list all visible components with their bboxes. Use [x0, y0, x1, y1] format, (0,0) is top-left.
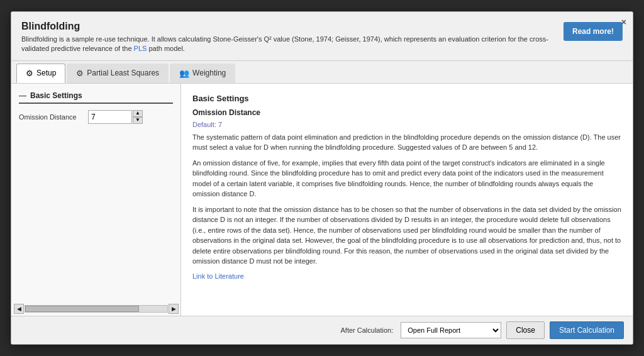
tab-pls[interactable]: ⚙ Partial Least Squares — [67, 64, 169, 83]
literature-link[interactable]: Link to Literature — [192, 272, 244, 280]
scroll-left-button[interactable]: ◀ — [14, 304, 24, 314]
right-panel: Basic Settings Omission Distance Default… — [181, 84, 633, 316]
omission-distance-label: Omission Distance — [19, 113, 88, 121]
description-para-1: The systematic pattern of data point eli… — [192, 132, 621, 153]
pls-link[interactable]: PLS — [134, 45, 147, 52]
after-calc-label: After Calculation: — [341, 326, 394, 334]
tab-pls-label: Partial Least Squares — [87, 69, 159, 77]
tab-weighting-label: Weighting — [192, 69, 226, 77]
close-button[interactable]: Close — [506, 321, 545, 339]
left-section-title: Basic Settings — [19, 91, 173, 104]
description-para-3: It is important to note that the omissio… — [192, 204, 621, 267]
header-text: Blindfolding Blindfolding is a sample re… — [21, 21, 553, 54]
after-calc-dropdown[interactable]: Open Full Report Open Summary Do Nothing — [401, 322, 501, 338]
right-subsection-title: Omission Distance — [192, 108, 621, 117]
blindfolding-dialog: × Blindfolding Blindfolding is a sample … — [11, 11, 633, 345]
horizontal-scrollbar-area: ◀ ▶ — [11, 302, 181, 316]
omission-distance-input[interactable] — [88, 110, 132, 124]
scrollbar-track[interactable] — [25, 305, 168, 313]
left-panel: Basic Settings Omission Distance ▲ ▼ ◀ — [11, 84, 181, 316]
dialog-body: Basic Settings Omission Distance ▲ ▼ ◀ — [11, 84, 633, 316]
dialog-footer: After Calculation: Open Full Report Open… — [11, 316, 633, 344]
spinner-down-button[interactable]: ▼ — [133, 117, 143, 124]
scroll-right-button[interactable]: ▶ — [169, 304, 179, 314]
omission-distance-spinner: ▲ ▼ — [88, 110, 143, 124]
tab-setup[interactable]: ⚙ Setup — [16, 64, 65, 83]
default-value-text: Default: 7 — [192, 121, 621, 128]
start-calculation-button[interactable]: Start Calculation — [550, 321, 624, 339]
right-section-title: Basic Settings — [192, 94, 621, 103]
weighting-icon: 👥 — [179, 69, 189, 78]
dialog-subtitle: Blindfolding is a sample re-use techniqu… — [21, 35, 553, 54]
tabs-bar: ⚙ Setup ⚙ Partial Least Squares 👥 Weight… — [11, 61, 633, 84]
scrollbar-thumb — [25, 306, 139, 312]
tab-setup-label: Setup — [36, 69, 56, 77]
setup-icon: ⚙ — [26, 69, 33, 78]
omission-distance-row: Omission Distance ▲ ▼ — [19, 110, 173, 124]
spinner-up-button[interactable]: ▲ — [133, 110, 143, 117]
close-icon[interactable]: × — [621, 17, 626, 27]
description-para-2: An omission distance of five, for exampl… — [192, 158, 621, 199]
dialog-header: Blindfolding Blindfolding is a sample re… — [11, 12, 633, 61]
dialog-title: Blindfolding — [21, 21, 553, 32]
read-more-button[interactable]: Read more! — [564, 22, 623, 41]
tab-weighting[interactable]: 👥 Weighting — [170, 64, 235, 83]
pls-icon: ⚙ — [76, 69, 84, 78]
spinner-buttons: ▲ ▼ — [133, 110, 143, 124]
